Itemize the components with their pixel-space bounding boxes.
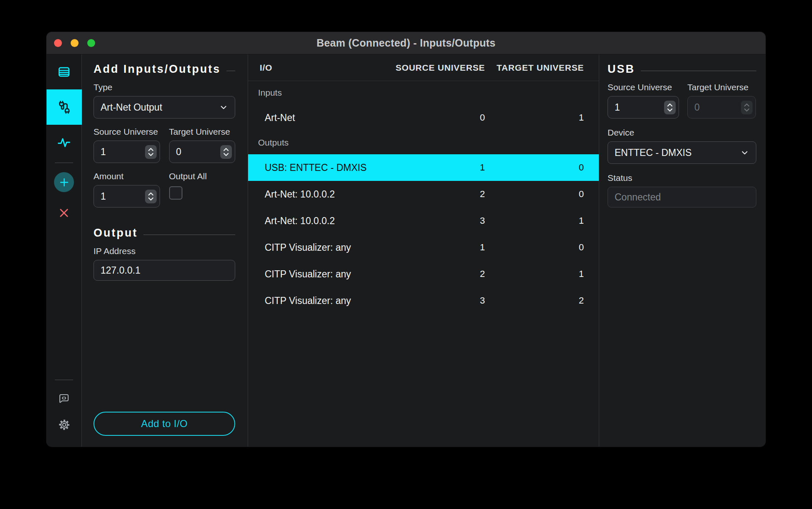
chevron-down-icon bbox=[740, 148, 749, 157]
io-row-target-universe: 0 bbox=[495, 242, 599, 253]
io-row-source-universe: 1 bbox=[387, 162, 495, 173]
stepper-value: 1 bbox=[101, 191, 106, 202]
delete-button[interactable] bbox=[47, 201, 82, 225]
device-select[interactable]: ENTTEC - DMXIS bbox=[608, 141, 756, 164]
io-row-source-universe: 3 bbox=[387, 215, 495, 226]
io-row-name: CITP Visualizer: any bbox=[248, 295, 387, 306]
io-row-name: Art-Net: 10.0.0.2 bbox=[248, 189, 387, 200]
stepper-buttons[interactable] bbox=[145, 145, 157, 159]
io-table-header: I/O SOURCE UNIVERSE TARGET UNIVERSE bbox=[248, 54, 599, 81]
stepper-buttons[interactable] bbox=[145, 190, 157, 203]
add-io-heading: Add Inputs/Outputs bbox=[94, 63, 221, 76]
stepper-buttons[interactable] bbox=[664, 101, 676, 114]
io-row-name: CITP Visualizer: any bbox=[248, 242, 387, 253]
stepper-value: 1 bbox=[101, 146, 106, 158]
source-universe-stepper[interactable]: 1 bbox=[94, 141, 160, 163]
io-table-row-selected[interactable]: USB: ENTTEC - DMXIS10 bbox=[248, 154, 599, 181]
output-heading: Output bbox=[94, 227, 138, 240]
column-header-target-universe: TARGET UNIVERSE bbox=[495, 63, 599, 73]
chevron-up-icon bbox=[744, 103, 750, 107]
column-header-io: I/O bbox=[248, 63, 387, 73]
io-row-target-universe: 1 bbox=[495, 215, 599, 226]
chevron-up-icon bbox=[148, 192, 154, 196]
target-universe-stepper[interactable]: 0 bbox=[169, 141, 236, 163]
waveform-icon bbox=[57, 136, 71, 150]
sidebar-item-inputs-outputs[interactable] bbox=[47, 89, 82, 125]
usb-heading: USB bbox=[608, 63, 635, 76]
amount-stepper[interactable]: 1 bbox=[94, 185, 160, 208]
ip-address-value: 127.0.0.1 bbox=[101, 265, 140, 276]
usb-detail-panel: USB Source Universe Target Universe 1 0 bbox=[599, 54, 765, 447]
io-row-name: Art-Net: 10.0.0.2 bbox=[248, 215, 387, 227]
feedback-chat-icon bbox=[58, 393, 70, 405]
io-row-name: Art-Net bbox=[248, 112, 387, 124]
add-to-io-button[interactable]: Add to I/O bbox=[94, 412, 235, 436]
usb-source-universe-stepper[interactable]: 1 bbox=[608, 96, 679, 119]
status-label: Status bbox=[608, 173, 756, 183]
chevron-up-icon bbox=[667, 103, 673, 107]
amount-label: Amount bbox=[94, 171, 160, 181]
settings-button[interactable] bbox=[47, 412, 82, 437]
io-row-name: CITP Visualizer: any bbox=[248, 269, 387, 280]
type-select-value: Art-Net Output bbox=[101, 102, 162, 113]
output-all-checkbox[interactable] bbox=[169, 186, 182, 200]
add-io-panel: Add Inputs/Outputs Type Art-Net Output S… bbox=[82, 54, 248, 447]
delete-x-icon bbox=[58, 207, 70, 219]
device-label: Device bbox=[608, 128, 756, 138]
chevron-up-icon bbox=[148, 148, 154, 151]
window-title: Beam (Connected) - Inputs/Outputs bbox=[317, 37, 496, 49]
chevron-down-icon bbox=[667, 108, 673, 112]
add-to-io-label: Add to I/O bbox=[141, 418, 187, 430]
io-table-row[interactable]: CITP Visualizer: any10 bbox=[248, 234, 599, 261]
source-universe-label: Source Universe bbox=[94, 127, 160, 137]
sidebar-item-show[interactable] bbox=[47, 54, 82, 89]
queue-list-icon bbox=[57, 65, 71, 79]
add-plus-icon bbox=[59, 177, 70, 188]
add-button[interactable] bbox=[54, 172, 74, 192]
minimize-window-button[interactable] bbox=[71, 39, 79, 47]
target-universe-label: Target Universe bbox=[687, 82, 756, 92]
title-bar: Beam (Connected) - Inputs/Outputs bbox=[47, 32, 765, 54]
io-row-target-universe: 0 bbox=[495, 162, 599, 173]
chevron-down-icon bbox=[148, 197, 154, 201]
zoom-window-button[interactable] bbox=[87, 39, 95, 47]
io-table-row[interactable]: CITP Visualizer: any21 bbox=[248, 261, 599, 287]
io-table-row[interactable]: Art-Net: 10.0.0.231 bbox=[248, 208, 599, 234]
app-window: Beam (Connected) - Inputs/Outputs bbox=[47, 32, 765, 447]
sidebar bbox=[47, 54, 82, 447]
type-select[interactable]: Art-Net Output bbox=[94, 96, 235, 119]
io-group-label: Outputs bbox=[248, 131, 599, 154]
io-row-source-universe: 3 bbox=[387, 295, 495, 306]
chevron-down-icon bbox=[148, 153, 154, 156]
io-table-body: InputsArt-Net01OutputsUSB: ENTTEC - DMXI… bbox=[248, 81, 599, 314]
io-row-target-universe: 1 bbox=[495, 269, 599, 279]
type-label: Type bbox=[94, 82, 235, 92]
column-header-source-universe: SOURCE UNIVERSE bbox=[387, 63, 495, 73]
io-row-source-universe: 1 bbox=[387, 242, 495, 253]
stepper-value: 0 bbox=[694, 102, 700, 113]
output-all-label: Output All bbox=[169, 171, 236, 181]
ip-address-input[interactable]: 127.0.0.1 bbox=[94, 260, 235, 281]
io-table-row[interactable]: CITP Visualizer: any32 bbox=[248, 287, 599, 314]
usb-target-universe-stepper: 0 bbox=[687, 96, 756, 119]
settings-gear-icon bbox=[58, 418, 71, 431]
sidebar-divider-bottom bbox=[55, 380, 73, 380]
io-row-name: USB: ENTTEC - DMXIS bbox=[248, 162, 387, 173]
stepper-buttons bbox=[741, 101, 753, 114]
close-window-button[interactable] bbox=[54, 39, 62, 47]
stepper-buttons[interactable] bbox=[220, 145, 232, 159]
chevron-down-icon bbox=[744, 108, 750, 112]
stepper-value: 0 bbox=[176, 146, 182, 158]
feedback-button[interactable] bbox=[47, 386, 82, 412]
status-field: Connected bbox=[608, 187, 756, 208]
chevron-down-icon bbox=[223, 153, 229, 156]
io-table-row[interactable]: Art-Net01 bbox=[248, 104, 599, 131]
target-universe-label: Target Universe bbox=[169, 127, 236, 137]
source-universe-label: Source Universe bbox=[608, 82, 679, 92]
io-table-row[interactable]: Art-Net: 10.0.0.220 bbox=[248, 181, 599, 208]
io-group-label: Inputs bbox=[248, 81, 599, 104]
io-row-source-universe: 2 bbox=[387, 269, 495, 279]
stepper-value: 1 bbox=[615, 102, 620, 113]
sidebar-item-monitor[interactable] bbox=[47, 125, 82, 160]
io-row-target-universe: 0 bbox=[495, 189, 599, 200]
